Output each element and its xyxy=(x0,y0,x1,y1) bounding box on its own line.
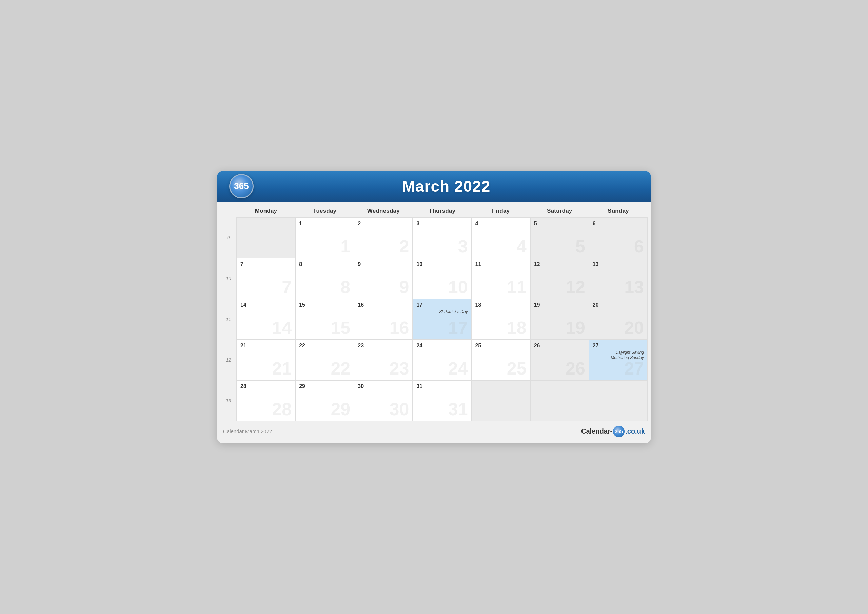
day-cell: 1111 xyxy=(472,258,530,299)
day-cell: 2828 xyxy=(237,380,295,421)
day-watermark: 3 xyxy=(458,238,468,255)
day-watermark: 15 xyxy=(330,319,350,337)
calendar-grid: 9112233445566107788991010111112121313111… xyxy=(220,218,648,421)
day-watermark: 26 xyxy=(566,359,585,377)
day-cell: 2525 xyxy=(472,340,530,380)
day-watermark: 20 xyxy=(624,319,644,337)
day-cell: 2626 xyxy=(530,340,589,380)
week-number: 13 xyxy=(220,380,237,421)
day-number: 18 xyxy=(475,302,527,308)
day-cell: 2929 xyxy=(295,380,354,421)
day-number: 14 xyxy=(240,302,291,308)
empty-day-cell xyxy=(589,380,648,421)
day-number: 8 xyxy=(299,261,350,267)
day-number: 1 xyxy=(299,221,350,227)
week-number: 9 xyxy=(220,218,237,258)
day-number: 24 xyxy=(416,343,468,349)
day-cell: 2424 xyxy=(412,340,471,380)
day-cell: 2121 xyxy=(237,340,295,380)
day-watermark: 18 xyxy=(507,319,527,337)
day-number: 5 xyxy=(534,221,585,227)
day-number: 20 xyxy=(593,302,644,308)
day-watermark: 28 xyxy=(272,400,291,418)
day-watermark: 25 xyxy=(507,359,527,377)
day-cell: 55 xyxy=(530,218,589,258)
day-watermark: 24 xyxy=(448,359,468,377)
footer-brand: Calendar- 365 .co.uk xyxy=(581,426,645,437)
day-number: 2 xyxy=(358,221,409,227)
calendar-container: 365 March 2022 MondayTuesdayWednesdayThu… xyxy=(217,171,651,443)
day-number: 19 xyxy=(534,302,585,308)
day-number: 7 xyxy=(240,261,291,267)
empty-day-cell xyxy=(472,380,530,421)
dow-cell-saturday: Saturday xyxy=(530,204,589,217)
dow-cell-thursday: Thursday xyxy=(412,204,471,217)
day-watermark: 12 xyxy=(566,278,585,296)
day-watermark: 30 xyxy=(390,400,409,418)
dow-cell-sunday: Sunday xyxy=(589,204,648,217)
day-cell: 99 xyxy=(354,258,412,299)
day-cell: 22 xyxy=(354,218,412,258)
day-watermark: 11 xyxy=(507,278,527,296)
day-number: 3 xyxy=(416,221,468,227)
brand-domain: .co.uk xyxy=(625,427,645,435)
day-number: 16 xyxy=(358,302,409,308)
day-watermark: 17 xyxy=(448,319,468,337)
footer-label: Calendar March 2022 xyxy=(223,429,272,434)
day-watermark: 4 xyxy=(517,238,527,255)
day-watermark: 1 xyxy=(340,238,350,255)
page-title: March 2022 xyxy=(254,177,639,195)
empty-day-cell xyxy=(237,218,295,258)
day-watermark: 29 xyxy=(330,400,350,418)
day-cell: 2222 xyxy=(295,340,354,380)
day-number: 30 xyxy=(358,383,409,389)
day-watermark: 27 xyxy=(624,359,644,377)
day-watermark: 31 xyxy=(448,400,468,418)
day-number: 4 xyxy=(475,221,527,227)
calendar-header: 365 March 2022 xyxy=(217,171,651,202)
day-event: Daylight SavingMothering Sunday xyxy=(593,350,644,361)
day-watermark: 9 xyxy=(400,278,409,296)
dow-cell-monday: Monday xyxy=(237,204,295,217)
day-cell: 1717St Patrick's Day xyxy=(412,299,471,340)
day-watermark: 5 xyxy=(575,238,585,255)
day-cell: 1818 xyxy=(472,299,530,340)
dow-cell-tuesday: Tuesday xyxy=(295,204,354,217)
day-cell: 11 xyxy=(295,218,354,258)
day-cell: 88 xyxy=(295,258,354,299)
day-number: 21 xyxy=(240,343,291,349)
day-number: 6 xyxy=(593,221,644,227)
day-number: 9 xyxy=(358,261,409,267)
day-cell: 1616 xyxy=(354,299,412,340)
day-watermark: 2 xyxy=(400,238,409,255)
day-watermark: 22 xyxy=(330,359,350,377)
week-number: 11 xyxy=(220,299,237,340)
day-watermark: 21 xyxy=(272,359,291,377)
day-number: 12 xyxy=(534,261,585,267)
brand-calendar: Calendar- xyxy=(581,427,612,435)
day-cell: 3131 xyxy=(412,380,471,421)
day-event: St Patrick's Day xyxy=(416,309,468,315)
day-cell: 77 xyxy=(237,258,295,299)
day-number: 15 xyxy=(299,302,350,308)
day-number: 31 xyxy=(416,383,468,389)
day-watermark: 13 xyxy=(624,278,644,296)
day-cell: 2727Daylight SavingMothering Sunday xyxy=(589,340,648,380)
day-cell: 2323 xyxy=(354,340,412,380)
day-cell: 1010 xyxy=(412,258,471,299)
footer: Calendar March 2022 Calendar- 365 .co.uk xyxy=(217,422,651,437)
day-number: 22 xyxy=(299,343,350,349)
day-watermark: 16 xyxy=(390,319,409,337)
day-cell: 1313 xyxy=(589,258,648,299)
day-number: 26 xyxy=(534,343,585,349)
day-watermark: 14 xyxy=(272,319,291,337)
days-of-week-header: MondayTuesdayWednesdayThursdayFridaySatu… xyxy=(220,204,648,218)
day-cell: 2020 xyxy=(589,299,648,340)
day-cell: 3030 xyxy=(354,380,412,421)
day-number: 11 xyxy=(475,261,527,267)
day-cell: 1919 xyxy=(530,299,589,340)
dow-cell-wednesday: Wednesday xyxy=(354,204,412,217)
day-number: 29 xyxy=(299,383,350,389)
day-cell: 1515 xyxy=(295,299,354,340)
day-watermark: 23 xyxy=(390,359,409,377)
